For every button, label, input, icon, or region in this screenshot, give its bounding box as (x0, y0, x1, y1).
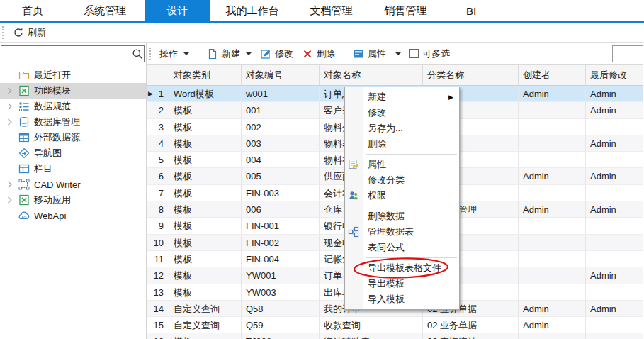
expander-chevron-icon[interactable] (7, 87, 14, 94)
new-button[interactable]: 新建 (203, 45, 256, 62)
context-menu-item[interactable]: 另存为... (345, 121, 459, 136)
secondary-filter-input[interactable] (612, 45, 643, 62)
context-menu-item-label: 导出模板 (368, 278, 405, 289)
sidebar-item[interactable]: 数据规范 (0, 99, 146, 114)
context-menu-item[interactable]: 管理数据表 (345, 224, 459, 240)
context-menu-item[interactable]: 删除 (345, 136, 459, 152)
cell-code: FIN-001 (242, 218, 320, 234)
multiselect-toggle[interactable]: 可多选 (405, 45, 454, 62)
sidebar-item[interactable]: 最近打开 (0, 67, 146, 83)
sidebar-item-label: 移动应用 (34, 194, 71, 206)
cell-category: 模板 (169, 251, 242, 267)
sidebar-item-label: 数据库管理 (34, 116, 80, 128)
svg-text:API: API (21, 215, 26, 218)
context-menu-item[interactable]: 表间公式 (345, 240, 459, 255)
tab-sales-management[interactable]: 销售管理 (368, 0, 443, 21)
cell-modifier (586, 284, 643, 301)
expander-chevron-icon[interactable] (7, 181, 14, 188)
sidebar-item[interactable]: APIWebApi (0, 208, 146, 223)
sidebar-item[interactable]: 导航图 (0, 145, 146, 161)
column-header-name[interactable]: 对象名称 (320, 65, 423, 85)
cell-creator: Admin (519, 86, 586, 102)
context-menu-item[interactable]: 新建▶ (345, 89, 459, 105)
multiselect-checkbox[interactable] (409, 49, 419, 58)
table-row[interactable]: 16模板TJ008统计辅助表03 查询统计 (147, 333, 643, 339)
tab-home[interactable]: 首页 (0, 0, 65, 21)
module-icon (18, 85, 30, 96)
cell-modifier: Admin (586, 102, 643, 118)
context-menu-item[interactable]: 修改分类 (345, 172, 459, 188)
chevron-down-icon (183, 52, 189, 55)
permissions-icon (348, 190, 359, 201)
toolbar-separator (344, 47, 344, 61)
cell-modifier: Admin (586, 267, 643, 284)
sidebar-item[interactable]: 外部数据源 (0, 130, 146, 145)
data-spec-icon (18, 101, 30, 112)
tab-bi[interactable]: BI (443, 0, 499, 21)
sidebar-item[interactable]: 移动应用 (0, 192, 146, 208)
context-menu-item[interactable]: 修改 (345, 105, 459, 121)
column-header-modifier[interactable]: 最后修改 (586, 65, 643, 85)
cell-category: 自定义查询 (169, 317, 242, 333)
cell-category: 模板 (169, 201, 242, 218)
cell-category: 模板 (169, 185, 242, 201)
modify-button[interactable]: 修改 (256, 45, 298, 62)
cell-modifier: Admin (586, 135, 643, 152)
toolbar-grip-handle[interactable] (2, 26, 4, 39)
sidebar-item-label: 数据规范 (34, 100, 71, 113)
cell-row-number: 13 (147, 284, 169, 301)
expander-chevron-icon[interactable] (7, 196, 14, 204)
toolbar-grip-handle[interactable] (149, 48, 151, 60)
column-header-category[interactable]: 对象类别 (169, 65, 242, 85)
sidebar: 最近打开功能模块数据规范数据库管理外部数据源导航图栏目CAD Writer移动应… (0, 43, 147, 339)
cell-modifier (586, 218, 643, 234)
tab-system-management[interactable]: 系统管理 (65, 0, 145, 21)
column-header-code[interactable]: 对象编号 (242, 65, 320, 85)
tab-my-workbench[interactable]: 我的工作台 (210, 0, 294, 21)
expander-chevron-icon[interactable] (7, 118, 14, 126)
operation-dropdown-button[interactable]: 操作 (155, 45, 193, 62)
expander-chevron-icon[interactable] (7, 103, 14, 110)
cell-code: FIN-003 (242, 185, 320, 201)
delete-x-icon (302, 48, 313, 60)
submenu-arrow-icon: ▶ (448, 89, 453, 105)
property-label: 属性 (368, 48, 386, 60)
cell-row-number: 9 (147, 218, 169, 234)
object-toolbar: 操作 新建 修改 删除 (147, 43, 643, 65)
context-menu-item[interactable]: 删除数据 (345, 209, 459, 224)
sidebar-item[interactable]: CAD Writer (0, 177, 146, 192)
tab-document-management[interactable]: 文档管理 (294, 0, 368, 21)
sidebar-item[interactable]: 功能模块 (0, 83, 146, 99)
context-menu-item[interactable]: 权限 (345, 188, 459, 204)
cell-category: Word模板 (169, 86, 242, 102)
cell-modifier (586, 185, 643, 201)
context-menu-item[interactable]: 导出模板 (345, 276, 459, 291)
column-header-class[interactable]: 分类名称 (423, 65, 519, 85)
sidebar-item-label: 栏目 (34, 162, 52, 175)
cell-category: 模板 (169, 152, 242, 168)
context-menu-item-label: 新建 (368, 91, 386, 102)
cell-creator (519, 333, 586, 339)
sidebar-item[interactable]: 栏目 (0, 161, 146, 177)
cell-code: 003 (242, 135, 320, 152)
sidebar-item[interactable]: 数据库管理 (0, 114, 146, 130)
context-menu-item[interactable]: 属性 (345, 157, 459, 172)
refresh-button[interactable]: 刷新 (9, 24, 50, 41)
table-row[interactable]: 15自定义查询Q59收款查询02 业务单据Admin (147, 317, 643, 333)
column-header-creator[interactable]: 创建者 (519, 65, 586, 85)
context-menu-item[interactable]: 导出模板表格文件 (345, 260, 459, 276)
nav-map-icon (18, 148, 30, 159)
property-dropdown-button[interactable]: 属性 (349, 45, 405, 62)
sidebar-search-input[interactable] (1, 47, 132, 61)
sidebar-item-label: 功能模块 (34, 84, 71, 97)
row-number-column-header (147, 65, 169, 85)
context-menu-item[interactable]: 导入模板 (345, 291, 459, 307)
cell-code: FIN-002 (242, 235, 320, 251)
cell-modifier (586, 152, 643, 168)
delete-button[interactable]: 删除 (298, 45, 339, 62)
tab-design[interactable]: 设计 (145, 0, 210, 21)
context-menu-item-label: 修改分类 (368, 174, 405, 185)
context-menu-item-label: 属性 (368, 159, 386, 170)
context-menu-item-label: 权限 (368, 190, 386, 201)
cell-row-number: 12 (147, 267, 169, 284)
